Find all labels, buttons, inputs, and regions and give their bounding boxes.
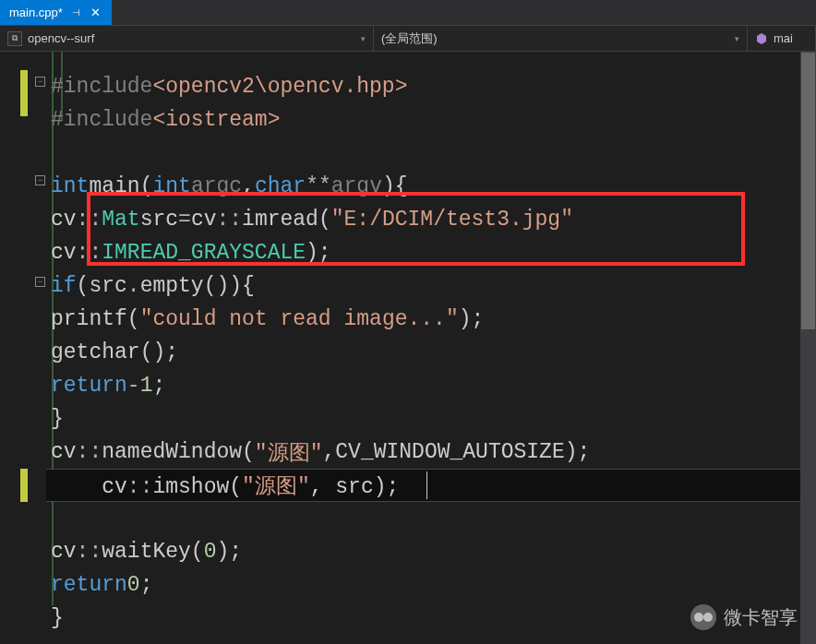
pin-icon[interactable]: ⊣ bbox=[72, 7, 80, 18]
code-line: cv::namedWindow("源图", CV_WINDOW_AUTOSIZE… bbox=[51, 435, 816, 469]
code-line: printf("could not read image..."); bbox=[51, 303, 816, 336]
watermark-text: 微卡智享 bbox=[724, 605, 798, 630]
file-tab[interactable]: main.cpp* ⊣ ✕ bbox=[0, 0, 112, 25]
watermark: 微卡智享 bbox=[690, 604, 798, 630]
code-line: #include <iostream> bbox=[51, 103, 816, 137]
code-line: if (src.empty()) { bbox=[51, 269, 816, 303]
cpp-project-icon: ⧉ bbox=[7, 31, 22, 46]
code-line: cv::Mat src = cv::imread("E:/DCIM/test3.… bbox=[51, 203, 816, 236]
code-line: cv::IMREAD_GRAYSCALE); bbox=[51, 236, 816, 269]
fold-toggle[interactable]: − bbox=[35, 277, 45, 287]
fold-toggle[interactable]: − bbox=[35, 175, 45, 185]
code-area[interactable]: #include <opencv2\opencv.hpp> #include <… bbox=[51, 52, 816, 644]
code-line: getchar(); bbox=[51, 336, 816, 369]
close-icon[interactable]: ✕ bbox=[90, 6, 102, 19]
modified-indicator bbox=[20, 70, 28, 116]
fold-toggle[interactable]: − bbox=[35, 77, 45, 87]
scope-dropdown[interactable]: (全局范围) ▾ bbox=[374, 26, 748, 51]
code-line bbox=[51, 137, 816, 170]
vertical-scrollbar[interactable] bbox=[800, 52, 816, 644]
text-cursor bbox=[426, 471, 427, 499]
scrollbar-thumb[interactable] bbox=[801, 53, 815, 329]
method-icon bbox=[755, 32, 768, 45]
editor-gutter: − − − bbox=[0, 52, 51, 644]
code-line: #include <opencv2\opencv.hpp> bbox=[51, 70, 816, 103]
modified-indicator bbox=[20, 469, 28, 502]
code-line: return 0; bbox=[51, 568, 816, 602]
project-dropdown[interactable]: ⧉ opencv--surf ▾ bbox=[0, 26, 374, 51]
code-line: int main(int argc, char** argv) { bbox=[51, 170, 816, 203]
code-line bbox=[51, 502, 816, 535]
code-line-current: cv::imshow("源图", src); bbox=[51, 469, 816, 502]
project-name: opencv--surf bbox=[28, 31, 94, 45]
member-dropdown[interactable]: mai bbox=[748, 26, 816, 51]
chevron-down-icon: ▾ bbox=[735, 34, 739, 43]
code-line: cv::waitKey(0); bbox=[51, 535, 816, 568]
member-name: mai bbox=[774, 31, 793, 45]
code-line: } bbox=[51, 402, 816, 435]
tab-bar: main.cpp* ⊣ ✕ bbox=[0, 0, 816, 26]
scope-label: (全局范围) bbox=[381, 30, 438, 47]
tab-filename: main.cpp* bbox=[9, 6, 63, 19]
chevron-down-icon: ▾ bbox=[361, 34, 366, 43]
code-line: return -1; bbox=[51, 369, 816, 402]
navigation-bar: ⧉ opencv--surf ▾ (全局范围) ▾ mai bbox=[0, 26, 816, 52]
wechat-icon bbox=[690, 604, 716, 630]
code-editor[interactable]: − − − #include <opencv2\opencv.hpp> #inc… bbox=[0, 52, 816, 644]
